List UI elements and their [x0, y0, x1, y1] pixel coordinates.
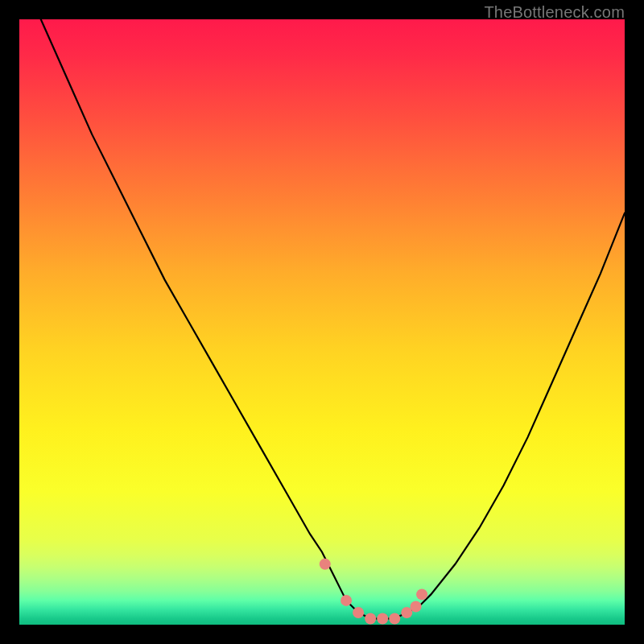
marker-dot [353, 607, 364, 618]
plot-area [19, 19, 625, 625]
chart-svg [19, 19, 625, 625]
outer-frame: TheBottleneck.com [0, 0, 644, 644]
watermark-text: TheBottleneck.com [484, 3, 625, 22]
marker-dot [365, 613, 376, 624]
marker-dot [411, 601, 422, 612]
marker-dot [377, 613, 388, 624]
marker-dot [389, 613, 400, 624]
marker-dot [320, 559, 331, 570]
marker-dot [341, 595, 352, 606]
gradient-background [19, 19, 625, 625]
marker-dot [416, 588, 427, 600]
